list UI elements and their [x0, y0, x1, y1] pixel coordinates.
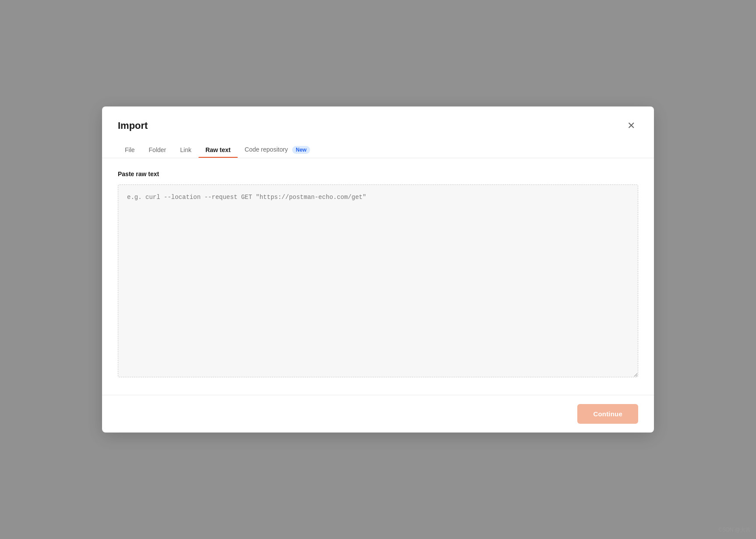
raw-text-input[interactable]: [118, 184, 638, 377]
close-button[interactable]: ✕: [624, 119, 638, 133]
modal-footer: Continue: [102, 395, 654, 433]
close-icon: ✕: [627, 120, 635, 131]
modal-title: Import: [118, 120, 148, 131]
tab-file[interactable]: File: [118, 142, 142, 158]
modal-overlay: Import ✕ File Folder Link Raw text Code …: [0, 0, 756, 539]
watermark: CSDN @大吉: [718, 526, 751, 534]
section-label: Paste raw text: [118, 170, 638, 177]
modal-body: Paste raw text: [102, 158, 654, 395]
new-badge: New: [292, 146, 310, 154]
tab-folder[interactable]: Folder: [142, 142, 173, 158]
import-modal: Import ✕ File Folder Link Raw text Code …: [102, 106, 654, 433]
tab-bar: File Folder Link Raw text Code repositor…: [102, 133, 654, 158]
modal-header: Import ✕: [102, 106, 654, 133]
tab-raw-text[interactable]: Raw text: [198, 142, 238, 158]
tab-code-repository[interactable]: Code repository New: [238, 142, 317, 158]
tab-link[interactable]: Link: [173, 142, 198, 158]
continue-button[interactable]: Continue: [577, 404, 638, 424]
